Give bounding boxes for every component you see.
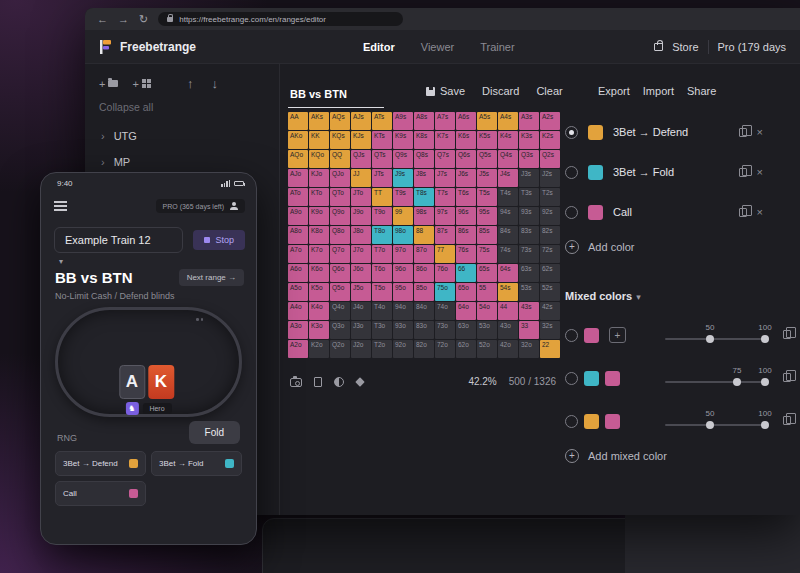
discard-button[interactable]: Discard [482,85,519,97]
session-selector[interactable]: Example Train 12 [54,227,183,253]
hand-cell-A6o[interactable]: A6o [288,264,308,282]
hand-cell-A4o[interactable]: A4o [288,302,308,320]
add-mixed-color-button[interactable]: + Add mixed color [565,449,793,463]
hand-cell-K6o[interactable]: K6o [309,264,329,282]
hand-cell-J8s[interactable]: J8s [414,169,434,187]
hand-cell-JTs[interactable]: JTs [372,169,392,187]
hand-cell-T7s[interactable]: T7s [435,188,455,206]
slider-handle[interactable] [706,335,714,343]
hand-cell-Q5s[interactable]: Q5s [477,150,497,168]
hand-cell-J4s[interactable]: J4s [498,169,518,187]
weight-slider[interactable]: 75100 [665,366,765,390]
mixed-color-swatch[interactable] [584,414,599,429]
hand-cell-T2s[interactable]: T2s [540,188,560,206]
duplicate-mixed-icon[interactable] [783,373,791,382]
next-range-button[interactable]: Next range → [179,269,244,286]
hand-cell-44[interactable]: 44 [498,302,518,320]
hand-cell-K4o[interactable]: K4o [309,302,329,320]
hand-cell-T6o[interactable]: T6o [372,264,392,282]
brand[interactable]: Freebetrange [99,39,196,55]
hand-cell-A8s[interactable]: A8s [414,112,434,130]
hand-cell-J3s[interactable]: J3s [519,169,539,187]
hand-cell-J3o[interactable]: J3o [351,321,371,339]
hand-cell-JTo[interactable]: JTo [351,188,371,206]
hand-cell-J2s[interactable]: J2s [540,169,560,187]
hand-cell-Q3s[interactable]: Q3s [519,150,539,168]
hand-cell-Q2o[interactable]: Q2o [330,340,350,358]
hand-cell-98s[interactable]: 98s [414,207,434,225]
hand-cell-72s[interactable]: 72s [540,245,560,263]
mixed-color-swatch[interactable] [584,371,599,386]
action-radio[interactable] [565,166,578,179]
hand-cell-Q7o[interactable]: Q7o [330,245,350,263]
hand-cell-QJo[interactable]: QJo [330,169,350,187]
hand-cell-Q7s[interactable]: Q7s [435,150,455,168]
slider-handle[interactable] [761,421,769,429]
hand-cell-92o[interactable]: 92o [393,340,413,358]
delete-action-icon[interactable]: × [757,167,763,178]
hand-cell-QQ[interactable]: QQ [330,150,350,168]
hand-cell-Q6o[interactable]: Q6o [330,264,350,282]
session-caret-icon[interactable]: ▾ [59,257,63,266]
hand-cell-83s[interactable]: 83s [519,226,539,244]
hand-cell-42s[interactable]: 42s [540,302,560,320]
hand-cell-65o[interactable]: 65o [456,283,476,301]
hand-cell-95s[interactable]: 95s [477,207,497,225]
hand-cell-A4s[interactable]: A4s [498,112,518,130]
range-name[interactable]: BB vs BTN [288,88,384,108]
hand-cell-K8o[interactable]: K8o [309,226,329,244]
browser-back-button[interactable]: ← [97,14,108,25]
hand-cell-T3o[interactable]: T3o [372,321,392,339]
stop-button[interactable]: Stop [193,230,245,250]
contrast-icon[interactable] [334,377,344,387]
hand-cell-88[interactable]: 88 [414,226,434,244]
share-button[interactable]: Share [687,85,716,97]
hand-cell-92s[interactable]: 92s [540,207,560,225]
hand-cell-54s[interactable]: 54s [498,283,518,301]
hand-cell-Q3o[interactable]: Q3o [330,321,350,339]
hand-cell-84s[interactable]: 84s [498,226,518,244]
hamburger-menu-icon[interactable] [54,199,67,214]
address-bar[interactable]: https://freebetrange.com/en/ranges/edito… [158,12,403,26]
delete-action-icon[interactable]: × [757,207,763,218]
collapse-all-button[interactable]: Collapse all [85,101,279,123]
hand-cell-97s[interactable]: 97s [435,207,455,225]
hand-cell-76o[interactable]: 76o [435,264,455,282]
hand-cell-94s[interactable]: 94s [498,207,518,225]
phone-pro-pill[interactable]: PRO (365 days left) [156,199,245,213]
hand-cell-K3o[interactable]: K3o [309,321,329,339]
hand-cell-K5o[interactable]: K5o [309,283,329,301]
hand-cell-83o[interactable]: 83o [414,321,434,339]
move-up-button[interactable]: ↑ [187,76,194,91]
hand-cell-J5o[interactable]: J5o [351,283,371,301]
sidebar-item-utg[interactable]: › UTG [85,123,279,149]
mixed-radio[interactable] [565,415,578,428]
mixed-radio[interactable] [565,329,578,342]
hand-cell-94o[interactable]: 94o [393,302,413,320]
hand-cell-A9o[interactable]: A9o [288,207,308,225]
hand-cell-T9o[interactable]: T9o [372,207,392,225]
add-color-button[interactable]: + Add color [565,240,793,254]
hand-cell-Q4o[interactable]: Q4o [330,302,350,320]
hand-cell-J8o[interactable]: J8o [351,226,371,244]
hand-cell-93s[interactable]: 93s [519,207,539,225]
hand-cell-87o[interactable]: 87o [414,245,434,263]
hand-cell-T5o[interactable]: T5o [372,283,392,301]
hand-cell-A8o[interactable]: A8o [288,226,308,244]
hand-cell-K2o[interactable]: K2o [309,340,329,358]
hand-cell-64o[interactable]: 64o [456,302,476,320]
hand-cell-Q6s[interactable]: Q6s [456,150,476,168]
duplicate-action-icon[interactable] [739,208,747,217]
hand-cell-J6o[interactable]: J6o [351,264,371,282]
hand-cell-98o[interactable]: 98o [393,226,413,244]
hand-cell-A6s[interactable]: A6s [456,112,476,130]
hand-cell-A2s[interactable]: A2s [540,112,560,130]
hand-cell-J7s[interactable]: J7s [435,169,455,187]
hand-cell-T2o[interactable]: T2o [372,340,392,358]
hand-cell-AJs[interactable]: AJs [351,112,371,130]
hand-cell-KK[interactable]: KK [309,131,329,149]
screenshot-icon[interactable] [290,378,302,387]
hand-cell-T3s[interactable]: T3s [519,188,539,206]
hand-cell-A7o[interactable]: A7o [288,245,308,263]
add-range-button[interactable]: + [132,78,150,90]
